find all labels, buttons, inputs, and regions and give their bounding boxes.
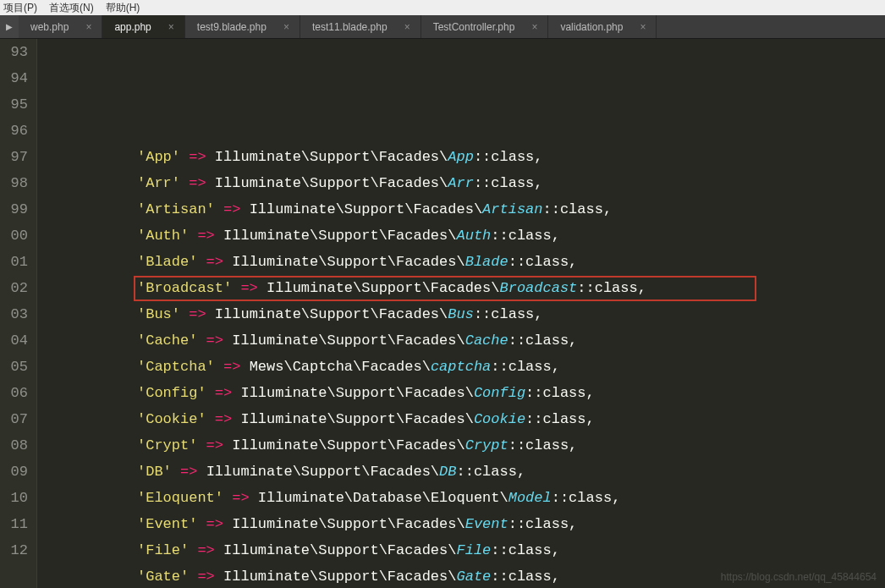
class-name: Bus	[448, 306, 474, 322]
code-line[interactable]: 'DB' => Illuminate\Support\Facades\DB::c…	[42, 459, 646, 485]
namespace-path: Illuminate\Support\Facades\	[223, 569, 456, 585]
tab-dropdown-icon[interactable]: ▶	[0, 15, 19, 38]
tail-token: ::class,	[474, 306, 543, 322]
arrow-operator: =>	[197, 254, 232, 270]
namespace-path: Illuminate\Support\Facades\	[206, 464, 439, 480]
string-key: 'DB'	[137, 464, 172, 480]
namespace-path: Illuminate\Support\Facades\	[215, 149, 448, 165]
tab-label: validation.php	[560, 21, 623, 33]
arrow-operator: =>	[172, 464, 206, 480]
tail-token: ::class,	[491, 569, 560, 585]
menu-help[interactable]: 帮助(H)	[106, 1, 140, 15]
line-number: 10	[3, 485, 28, 511]
arrow-operator: =>	[197, 516, 232, 532]
code-line[interactable]: 'Eloquent' => Illuminate\Database\Eloque…	[42, 485, 646, 511]
line-number: 12	[3, 537, 28, 563]
close-icon[interactable]: ×	[640, 21, 646, 33]
code-line[interactable]: 'Captcha' => Mews\Captcha\Facades\captch…	[42, 354, 646, 380]
code-line[interactable]: 'Auth' => Illuminate\Support\Facades\Aut…	[42, 223, 646, 249]
string-key: 'File'	[137, 542, 189, 558]
string-key: 'Gate'	[137, 569, 189, 585]
namespace-path: Illuminate\Support\Facades\	[215, 306, 448, 322]
class-name: Arr	[448, 175, 474, 191]
class-name: Gate	[456, 569, 491, 585]
tail-token: ::class,	[474, 149, 543, 165]
line-number: 93	[3, 39, 28, 65]
class-name: Auth	[456, 228, 491, 244]
namespace-path: Illuminate\Support\Facades\	[215, 175, 448, 191]
class-name: Blade	[465, 254, 508, 270]
string-key: 'Eloquent'	[137, 490, 223, 506]
class-name: Artisan	[482, 201, 542, 217]
code-area[interactable]: 'App' => Illuminate\Support\Facades\App:…	[37, 39, 646, 588]
namespace-path: Illuminate\Support\Facades\	[223, 542, 456, 558]
namespace-path: Illuminate\Support\Facades\	[232, 437, 464, 453]
string-key: 'Bus'	[137, 306, 180, 322]
tab-label: TestController.php	[433, 21, 515, 33]
close-icon[interactable]: ×	[404, 21, 410, 33]
class-name: Cache	[465, 332, 508, 349]
code-line[interactable]: 'Broadcast' => Illuminate\Support\Facade…	[42, 275, 646, 301]
tail-token: ::class,	[491, 228, 560, 244]
line-number: 94	[3, 65, 28, 91]
arrow-operator: =>	[189, 228, 223, 244]
code-editor[interactable]: 9394959697989900010203040506070809101112…	[0, 39, 885, 588]
tail-token: ::class,	[525, 385, 595, 401]
close-icon[interactable]: ×	[168, 21, 174, 33]
code-line[interactable]: 'App' => Illuminate\Support\Facades\App:…	[42, 144, 646, 170]
arrow-operator: =>	[206, 385, 241, 401]
code-line[interactable]: 'Event' => Illuminate\Support\Facades\Ev…	[42, 511, 646, 537]
tab-web-php[interactable]: web.php×	[19, 15, 102, 38]
code-line[interactable]	[42, 118, 646, 144]
arrow-operator: =>	[180, 306, 215, 322]
tab-validation-php[interactable]: validation.php×	[548, 15, 657, 38]
code-line[interactable]: 'Bus' => Illuminate\Support\Facades\Bus:…	[42, 301, 646, 327]
tab-test11-blade-php[interactable]: test11.blade.php×	[300, 15, 421, 38]
close-icon[interactable]: ×	[531, 21, 537, 33]
code-line[interactable]: 'Cookie' => Illuminate\Support\Facades\C…	[42, 406, 646, 432]
line-gutter: 9394959697989900010203040506070809101112	[0, 39, 37, 588]
class-name: Crypt	[465, 437, 508, 453]
code-line[interactable]: 'Gate' => Illuminate\Support\Facades\Gat…	[42, 563, 646, 588]
string-key: 'Arr'	[137, 175, 180, 191]
code-line[interactable]: 'Blade' => Illuminate\Support\Facades\Bl…	[42, 249, 646, 275]
close-icon[interactable]: ×	[283, 21, 289, 33]
tail-token: ::class,	[456, 464, 525, 480]
tail-token: ::class,	[474, 175, 543, 191]
tab-app-php[interactable]: app.php×	[102, 15, 184, 38]
tab-TestController-php[interactable]: TestController.php×	[421, 15, 549, 38]
code-line[interactable]: 'Artisan' => Illuminate\Support\Facades\…	[42, 196, 646, 223]
tab-test9-blade-php[interactable]: test9.blade.php×	[185, 15, 300, 38]
tab-label: web.php	[30, 21, 69, 33]
tail-token: ::class,	[491, 542, 560, 558]
arrow-operator: =>	[197, 437, 232, 453]
string-key: 'Artisan'	[137, 201, 215, 217]
tab-label: app.php	[114, 21, 151, 33]
string-key: 'Config'	[137, 385, 206, 401]
menu-prefs[interactable]: 首选项(N)	[49, 1, 94, 15]
code-line[interactable]: 'Cache' => Illuminate\Support\Facades\Ca…	[42, 327, 646, 354]
arrow-operator: =>	[189, 569, 223, 585]
class-name: Event	[465, 516, 508, 532]
namespace-path: Illuminate\Support\Facades\	[232, 516, 464, 532]
code-line[interactable]: 'Crypt' => Illuminate\Support\Facades\Cr…	[42, 432, 646, 459]
string-key: 'Auth'	[137, 228, 189, 244]
string-key: 'App'	[137, 149, 180, 165]
tabbar: ▶ web.php×app.php×test9.blade.php×test11…	[0, 15, 885, 39]
tail-token: ::class,	[552, 490, 621, 506]
string-key: 'Event'	[137, 516, 197, 532]
line-number: 97	[3, 144, 28, 170]
class-name: Cookie	[474, 411, 525, 427]
close-icon[interactable]: ×	[85, 21, 91, 33]
line-number: 01	[3, 249, 28, 275]
namespace-path: Illuminate\Support\Facades\	[240, 411, 473, 427]
code-line[interactable]: 'Arr' => Illuminate\Support\Facades\Arr:…	[42, 170, 646, 196]
menu-project[interactable]: 项目(P)	[3, 1, 37, 15]
code-line[interactable]: 'Config' => Illuminate\Support\Facades\C…	[42, 380, 646, 406]
code-line[interactable]: 'File' => Illuminate\Support\Facades\Fil…	[42, 537, 646, 563]
tab-label: test11.blade.php	[312, 21, 388, 33]
tail-token: ::class,	[491, 359, 560, 375]
line-number: 00	[3, 223, 28, 249]
namespace-path: Illuminate\Support\Facades\	[232, 332, 464, 349]
tail-token: ::class,	[525, 411, 595, 427]
